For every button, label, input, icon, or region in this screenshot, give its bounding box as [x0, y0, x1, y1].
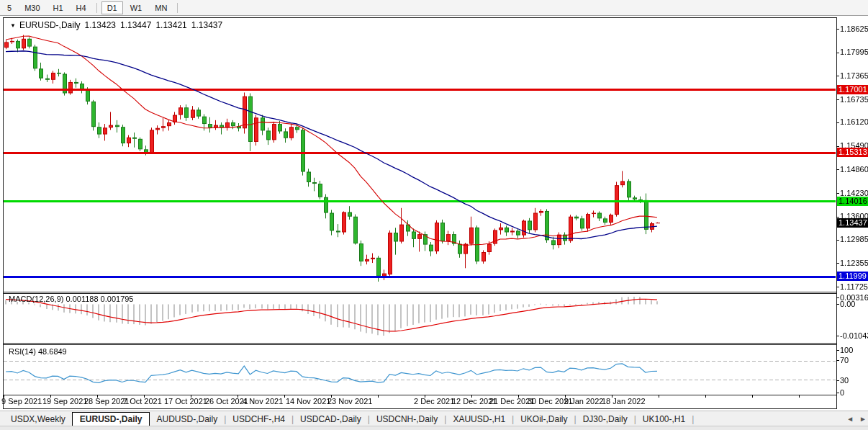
tab-separator: |: [512, 414, 514, 424]
price-level-badge: 1.17001: [837, 85, 868, 94]
symbol-tab-ukoil[interactable]: UKOil-,Daily: [515, 413, 572, 426]
date-tick-label: 18 Jan 2022: [602, 397, 646, 406]
symbol-tab-usdchf[interactable]: USDCHF-,H4: [227, 413, 290, 426]
tab-separator: |: [368, 414, 370, 424]
symbol-tabs-bar: USDX,WeeklyEURUSD-,DailyAUDUSD-,Daily|US…: [0, 411, 868, 426]
date-tick-label: 7 Oct 2021: [123, 397, 162, 406]
tab-scroll-nav: ◄►: [846, 415, 867, 423]
date-tick-label: 9 Jan 2022: [564, 397, 603, 406]
price-tick-label: 1.16120: [840, 117, 868, 126]
tab-separator: |: [574, 414, 577, 424]
symbol-tab-xauusd[interactable]: XAUUSD-,H1: [448, 413, 510, 426]
tab-separator: |: [291, 414, 294, 424]
date-tick-label: 23 Nov 2021: [327, 397, 372, 406]
rsi-axis-label: 70: [840, 356, 849, 364]
chart-canvas[interactable]: [0, 0, 868, 430]
trading-platform-window: 5M30H1H4D1W1MN ▼EURUSD-,Daily1.134231.13…: [0, 0, 868, 430]
price-level-badge: 1.14016: [837, 197, 868, 206]
symbol-tab-eurusd[interactable]: EURUSD-,Daily: [72, 412, 150, 426]
date-tick-label: 4 Nov 2021: [243, 397, 283, 406]
price-tick-label: 1.16735: [840, 95, 868, 104]
symbol-tab-uk100[interactable]: UK100-,H1: [638, 413, 690, 426]
date-tick-label: 17 Oct 2021: [164, 397, 207, 406]
tab-separator: |: [692, 414, 694, 424]
rsi-axis-label: 30: [840, 376, 849, 385]
bottom-status-strip: [0, 426, 868, 430]
rsi-axis-label: 100: [840, 346, 853, 354]
date-tick-label: 19 Sep 2021: [42, 397, 87, 406]
symbol-tab-audusd[interactable]: AUDUSD-,Daily: [151, 413, 222, 426]
price-tick-label: 1.18625: [840, 24, 868, 33]
macd-axis-label: 0.00: [840, 300, 855, 308]
price-tick-label: 1.17365: [840, 71, 868, 80]
date-tick-label: 26 Oct 2021: [205, 397, 248, 406]
tab-separator: |: [634, 414, 636, 424]
price-tick-label: 1.14860: [840, 165, 868, 174]
date-tick-label: 9 Sep 2021: [1, 397, 42, 406]
tab-separator: |: [224, 414, 226, 424]
symbol-tab-usdcnh[interactable]: USDCNH-,Daily: [371, 413, 443, 426]
price-level-badge: 1.11999: [837, 272, 868, 281]
price-tick-label: 1.12355: [840, 259, 868, 267]
tab-scroll-left-icon[interactable]: ◄: [846, 415, 854, 423]
price-level-badge: 1.15313: [837, 148, 868, 157]
price-tick-label: 1.11725: [840, 282, 868, 291]
symbol-tab-usdx[interactable]: USDX,Weekly: [6, 413, 71, 426]
rsi-axis-label: 0: [840, 388, 844, 397]
date-tick-label: 2 Dec 2021: [414, 397, 454, 406]
tab-scroll-right-icon[interactable]: ►: [859, 415, 867, 423]
tab-separator: |: [444, 414, 446, 424]
price-tick-label: 1.17995: [840, 48, 868, 56]
symbol-tab-usdcad[interactable]: USDCAD-,Daily: [295, 413, 366, 426]
date-tick-label: 14 Nov 2021: [286, 397, 330, 406]
symbol-tab-dj30[interactable]: DJ30-,Daily: [578, 413, 633, 426]
price-tick-label: 1.12985: [840, 235, 868, 243]
current-price-badge: 1.13437: [837, 218, 868, 228]
macd-axis-label: -0.01043: [840, 331, 868, 340]
